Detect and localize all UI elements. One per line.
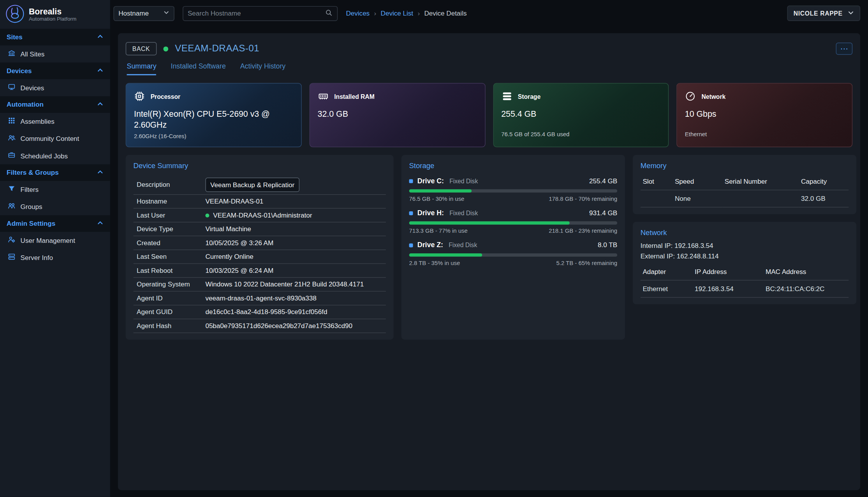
brand: Borealis Automation Platform (0, 0, 110, 29)
summary-row-agent-id: Agent ID veeam-draas-01-agent-svc-8930a3… (134, 292, 386, 306)
internal-ip: Internal IP: 192.168.3.54 (641, 242, 849, 249)
storage-panel: Storage Drive C: Fixed Disk 255.4 GB 76.… (401, 155, 625, 340)
grid-icon (8, 117, 16, 126)
sidebar-item-label: User Management (21, 237, 75, 244)
summary-row-device-type: Device Type Virtual Machine (134, 222, 386, 236)
storage-footer: 76.5 GB of 255.4 GB used (501, 131, 660, 137)
network-cell-mac: BC:24:11:CA:C6:2C (763, 280, 849, 297)
cpu-icon (134, 91, 145, 103)
panel-title: Memory (641, 162, 849, 170)
section-label: Sites (7, 33, 23, 41)
online-status-dot (163, 46, 168, 51)
network-value: 10 Gbps (685, 109, 844, 120)
sidebar-item-label: Groups (21, 203, 42, 211)
drive-usage-bar (409, 253, 618, 257)
sidebar-item-user-management[interactable]: User Management (0, 232, 110, 249)
memory-cell-speed: None (673, 190, 722, 207)
briefcase-icon (8, 151, 16, 160)
network-row: Ethernet 192.168.3.54 BC:24:11:CA:C6:2C (641, 280, 849, 297)
card-label: Installed RAM (334, 93, 374, 100)
sidebar-section-sites[interactable]: Sites (0, 29, 110, 46)
search-box (183, 6, 338, 21)
sidebar-item-label: Scheduled Jobs (21, 152, 68, 160)
sidebar-section-automation[interactable]: Automation (0, 96, 110, 113)
summary-row-agent-hash: Agent Hash 05ba0e7935171d626ecea29b27d7a… (134, 319, 386, 333)
people-icon (8, 134, 16, 143)
chevron-down-icon (847, 9, 854, 17)
sidebar-section-admin-settings[interactable]: Admin Settings (0, 215, 110, 232)
network-cell-ip: 192.168.3.54 (692, 280, 763, 297)
user-menu-button[interactable]: NICOLE RAPPE (787, 5, 860, 21)
ram-card: Installed RAM 32.0 GB (309, 83, 485, 147)
sidebar-item-label: Devices (21, 84, 44, 91)
gauge-icon (685, 91, 696, 103)
people-icon (8, 202, 16, 211)
sidebar-item-community-content[interactable]: Community Content (0, 130, 110, 147)
sidebar-section-filters-groups[interactable]: Filters & Groups (0, 164, 110, 181)
description-input[interactable] (205, 177, 299, 192)
drive-usage-bar (409, 189, 618, 193)
sidebar-item-server-info[interactable]: Server Info (0, 249, 110, 266)
tab-activity-history[interactable]: Activity History (240, 63, 286, 76)
card-label: Network (701, 93, 725, 100)
chevron-up-icon (97, 220, 104, 228)
drive-remaining-text: 218.1 GB - 23% remaining (549, 227, 617, 234)
memory-cell-slot (641, 190, 673, 207)
drive-c: Drive C: Fixed Disk 255.4 GB 76.5 GB - 3… (409, 177, 618, 202)
ram-value: 32.0 GB (318, 109, 477, 120)
summary-row-hostname: Hostname VEEAM-DRAAS-01 (134, 195, 386, 209)
memory-col-speed: Speed (673, 175, 722, 190)
online-dot (205, 213, 209, 217)
panel-title: Network (641, 228, 849, 237)
chevron-up-icon (97, 169, 104, 177)
summary-row-operating-system: Operating System Windows 10 2022 Datacen… (134, 278, 386, 292)
search-input[interactable] (188, 9, 325, 17)
card-label: Storage (518, 93, 541, 100)
panel-title: Storage (409, 162, 618, 170)
card-label: Processor (151, 93, 180, 100)
breadcrumb-separator: › (374, 9, 377, 17)
sidebar-item-assemblies[interactable]: Assemblies (0, 113, 110, 130)
section-label: Automation (7, 101, 44, 109)
chevron-up-icon (97, 33, 104, 41)
app-window: Borealis Automation Platform Sites All S… (0, 0, 868, 497)
more-actions-button[interactable]: ⋯ (836, 42, 853, 54)
network-cell-adapter: Ethernet (641, 280, 693, 297)
tab-summary[interactable]: Summary (127, 63, 157, 76)
tab-installed-software[interactable]: Installed Software (171, 63, 226, 76)
back-button[interactable]: BACK (126, 42, 157, 55)
tab-bar: Summary Installed Software Activity Hist… (126, 63, 853, 76)
device-details-page: BACK VEEAM-DRAAS-01 ⋯ Summary Installed … (118, 33, 860, 490)
sidebar-item-scheduled-jobs[interactable]: Scheduled Jobs (0, 147, 110, 164)
section-label: Devices (7, 67, 32, 75)
breadcrumb-devices[interactable]: Devices (346, 9, 370, 17)
right-column: Memory Slot Speed Serial Number Capacity (633, 155, 856, 340)
device-summary-panel: Device Summary Description Hostname VEEA… (126, 155, 394, 340)
memory-chip-icon (318, 91, 329, 103)
breadcrumb-device-details: Device Details (424, 9, 467, 17)
sidebar-item-devices[interactable]: Devices (0, 79, 110, 96)
sidebar-section-devices[interactable]: Devices (0, 63, 110, 79)
memory-col-capacity: Capacity (799, 175, 849, 190)
main-area: Hostname Devices › Device List › Device … (110, 0, 868, 497)
hostname-filter-select[interactable]: Hostname (113, 6, 174, 21)
search-icon[interactable] (325, 9, 333, 18)
network-col-adapter: Adapter (641, 265, 693, 280)
sidebar-item-groups[interactable]: Groups (0, 198, 110, 215)
breadcrumb-device-list[interactable]: Device List (381, 9, 413, 17)
processor-card: Processor Intel(R) Xeon(R) CPU E5-2690 v… (126, 83, 302, 147)
summary-row-agent-guid: Agent GUID de16c0c1-8aa2-4d18-9585-9ce91… (134, 306, 386, 320)
drive-z: Drive Z: Fixed Disk 8.0 TB 2.8 TB - 35% … (409, 241, 618, 266)
server-icon (8, 253, 16, 262)
sidebar-item-label: All Sites (21, 50, 45, 58)
processor-value: Intel(R) Xeon(R) CPU E5-2690 v3 @ 2.60GH… (134, 109, 293, 131)
sidebar-item-filters[interactable]: Filters (0, 181, 110, 198)
sidebar: Borealis Automation Platform Sites All S… (0, 0, 110, 497)
sidebar-item-label: Server Info (21, 254, 53, 262)
section-label: Admin Settings (7, 220, 55, 227)
chevron-up-icon (97, 100, 104, 109)
chevron-up-icon (97, 67, 104, 75)
sidebar-item-all-sites[interactable]: All Sites (0, 46, 110, 63)
brand-subtitle: Automation Platform (29, 16, 76, 22)
breadcrumb: Devices › Device List › Device Details (346, 9, 467, 17)
